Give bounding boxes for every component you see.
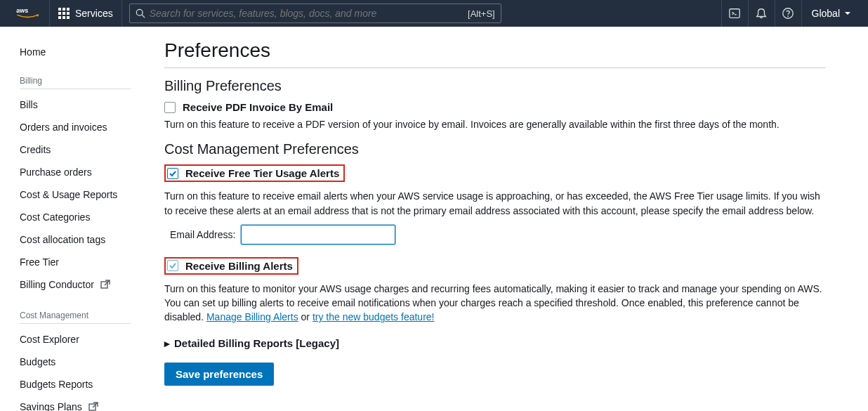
billing-alerts-label: Receive Billing Alerts xyxy=(185,260,293,272)
sidebar-item-budgets-reports[interactable]: Budgets Reports xyxy=(20,373,131,396)
search-box[interactable]: [Alt+S] xyxy=(129,4,501,23)
sidebar-item-orders[interactable]: Orders and invoices xyxy=(20,116,131,138)
save-preferences-button[interactable]: Save preferences xyxy=(164,363,274,386)
cost-mgmt-prefs-heading: Cost Management Preferences xyxy=(164,141,826,157)
svg-point-6 xyxy=(787,15,789,17)
billing-alerts-checkbox[interactable] xyxy=(167,260,178,271)
pdf-invoice-row: Receive PDF Invoice By Email xyxy=(164,101,826,113)
main-content: Preferences Billing Preferences Receive … xyxy=(147,27,868,411)
sidebar-item-budgets[interactable]: Budgets xyxy=(20,351,131,373)
region-label: Global xyxy=(812,8,840,19)
svg-rect-7 xyxy=(101,282,107,288)
notifications-icon[interactable] xyxy=(748,0,775,27)
freetier-alerts-checkbox[interactable] xyxy=(167,168,178,179)
top-nav: aws Services [Alt+S] Global xyxy=(0,0,868,27)
external-link-icon xyxy=(88,401,99,411)
freetier-alerts-desc: Turn on this feature to receive email al… xyxy=(164,189,826,218)
sidebar-item-billing-conductor[interactable]: Billing Conductor xyxy=(20,273,131,298)
sidebar-item-bills[interactable]: Bills xyxy=(20,93,131,116)
external-link-icon xyxy=(100,279,111,292)
sidebar: Home Billing Bills Orders and invoices C… xyxy=(0,27,147,411)
sidebar-item-free-tier[interactable]: Free Tier xyxy=(20,251,131,273)
sidebar-item-cost-allocation-tags[interactable]: Cost allocation tags xyxy=(20,228,131,251)
billing-alerts-row: Receive Billing Alerts xyxy=(164,257,298,275)
sidebar-item-purchase-orders[interactable]: Purchase orders xyxy=(20,161,131,183)
try-budgets-link[interactable]: try the new budgets feature! xyxy=(313,311,435,322)
search-icon xyxy=(136,8,145,18)
svg-point-1 xyxy=(136,9,143,15)
sidebar-item-cost-usage-reports[interactable]: Cost & Usage Reports xyxy=(20,183,131,206)
sidebar-item-cost-explorer[interactable]: Cost Explorer xyxy=(20,328,131,351)
or-text: or xyxy=(298,311,313,322)
savings-plans-label: Savings Plans xyxy=(20,401,82,411)
grid-icon xyxy=(58,8,70,19)
manage-billing-alerts-link[interactable]: Manage Billing Alerts xyxy=(206,311,298,322)
billing-prefs-heading: Billing Preferences xyxy=(164,78,826,94)
billing-alerts-desc: Turn on this feature to monitor your AWS… xyxy=(164,282,826,325)
triangle-right-icon: ▸ xyxy=(164,337,170,350)
header-right: Global xyxy=(721,0,861,27)
search-input[interactable] xyxy=(150,8,468,19)
help-icon[interactable] xyxy=(775,0,801,27)
region-selector[interactable]: Global xyxy=(801,0,861,27)
email-row: Email Address: xyxy=(164,225,826,244)
svg-line-2 xyxy=(142,15,145,18)
detailed-billing-reports-toggle[interactable]: ▸ Detailed Billing Reports [Legacy] xyxy=(164,337,826,350)
freetier-alerts-row: Receive Free Tier Usage Alerts xyxy=(164,164,345,182)
services-menu-button[interactable]: Services xyxy=(50,0,122,27)
caret-down-icon xyxy=(844,10,851,17)
sidebar-section-billing: Billing xyxy=(20,69,131,89)
search-shortcut: [Alt+S] xyxy=(468,8,495,19)
freetier-alerts-label: Receive Free Tier Usage Alerts xyxy=(185,167,339,179)
pdf-invoice-label: Receive PDF Invoice By Email xyxy=(183,101,333,113)
sidebar-item-credits[interactable]: Credits xyxy=(20,138,131,161)
billing-conductor-label: Billing Conductor xyxy=(20,279,94,290)
pdf-invoice-checkbox[interactable] xyxy=(164,102,176,113)
sidebar-item-savings-plans[interactable]: Savings Plans xyxy=(20,396,131,411)
sidebar-item-home[interactable]: Home xyxy=(20,41,131,63)
services-label: Services xyxy=(75,8,113,19)
svg-point-5 xyxy=(783,8,793,18)
sidebar-section-costmgmt: Cost Management xyxy=(20,304,131,324)
email-label: Email Address: xyxy=(170,229,235,240)
sidebar-item-cost-categories[interactable]: Cost Categories xyxy=(20,206,131,228)
svg-rect-8 xyxy=(89,404,96,410)
aws-logo[interactable]: aws xyxy=(7,0,50,27)
cloudshell-icon[interactable] xyxy=(721,0,748,27)
pdf-invoice-desc: Turn on this feature to receive a PDF ve… xyxy=(164,117,826,131)
email-input[interactable] xyxy=(241,225,395,244)
page-title: Preferences xyxy=(164,39,826,68)
detailed-billing-reports-label: Detailed Billing Reports [Legacy] xyxy=(174,337,339,349)
svg-text:aws: aws xyxy=(16,7,28,14)
